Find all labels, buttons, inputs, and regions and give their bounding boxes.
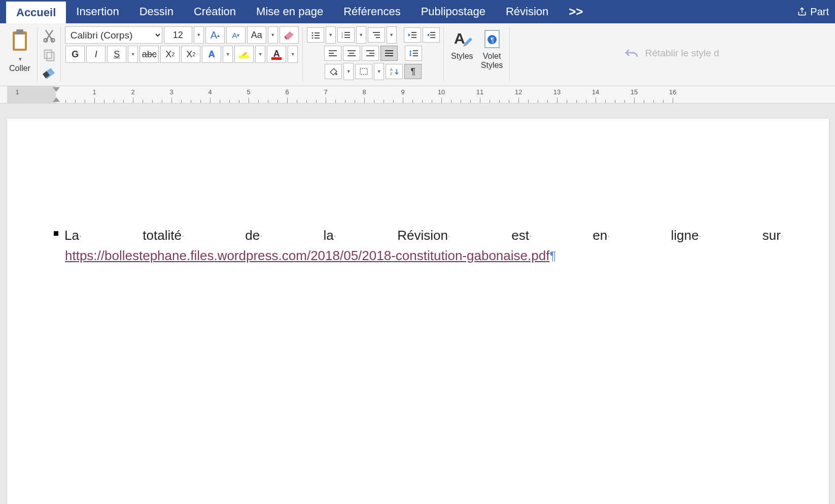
horizontal-ruler[interactable]: 112345678910111213141516 xyxy=(0,86,835,103)
shading-button[interactable] xyxy=(325,64,342,79)
share-label: Part xyxy=(810,6,829,18)
tab-revision[interactable]: Révision xyxy=(496,0,559,23)
svg-rect-23 xyxy=(411,32,416,33)
svg-rect-30 xyxy=(329,53,334,54)
borders-icon xyxy=(359,67,368,76)
sort-button[interactable]: AZ xyxy=(386,64,403,79)
borders-chevron[interactable] xyxy=(374,63,384,80)
svg-rect-9 xyxy=(315,32,320,33)
bullets-button[interactable] xyxy=(307,27,324,43)
shading-chevron[interactable] xyxy=(343,63,354,80)
tab-dessin[interactable]: Dessin xyxy=(129,0,184,23)
svg-rect-27 xyxy=(430,34,435,35)
grow-font-button[interactable]: A▴ xyxy=(205,26,225,44)
format-painter-icon[interactable] xyxy=(42,67,57,80)
borders-button[interactable] xyxy=(355,64,372,79)
text-effects-chevron[interactable] xyxy=(223,46,233,63)
cut-icon[interactable] xyxy=(42,28,56,43)
tabs-overflow[interactable]: >> xyxy=(559,0,593,23)
share-button[interactable]: Part xyxy=(791,0,835,23)
text-effects-button[interactable]: A xyxy=(202,46,221,63)
align-right-button[interactable] xyxy=(362,46,379,61)
styles-pane-icon: ¶ xyxy=(482,28,502,51)
styles-label: Styles xyxy=(451,52,473,61)
paste-button[interactable]: Coller xyxy=(6,26,33,75)
font-size-input[interactable] xyxy=(164,26,192,44)
tab-insertion[interactable]: Insertion xyxy=(66,0,129,23)
bullet-marker xyxy=(54,231,58,236)
svg-text:Z: Z xyxy=(390,72,393,76)
font-color-chevron[interactable] xyxy=(288,46,298,63)
svg-point-8 xyxy=(311,32,313,34)
restore-style-label[interactable]: Rétablir le style d xyxy=(645,48,719,59)
clear-format-button[interactable] xyxy=(280,26,299,44)
styles-button[interactable]: A Styles xyxy=(448,26,476,63)
svg-text:A: A xyxy=(454,30,465,47)
paragraph-bullet[interactable]: La·totalité·de·la·Révision·est·en·ligne·… xyxy=(54,225,783,266)
align-left-button[interactable] xyxy=(324,46,341,61)
svg-rect-33 xyxy=(349,53,354,54)
svg-text:¶: ¶ xyxy=(491,36,494,44)
italic-button[interactable]: I xyxy=(86,46,106,63)
clipboard-icon xyxy=(10,28,30,53)
group-styles: A Styles ¶ VoletStyles xyxy=(444,23,510,86)
align-center-icon xyxy=(347,50,356,57)
bold-button[interactable]: G xyxy=(65,46,85,63)
highlight-button[interactable] xyxy=(234,46,254,63)
group-paragraph: 123 AZ ¶ xyxy=(303,23,444,86)
paint-bucket-icon xyxy=(329,67,338,76)
svg-rect-36 xyxy=(369,53,374,54)
font-size-chevron[interactable] xyxy=(194,26,204,44)
svg-text:3: 3 xyxy=(341,37,343,39)
show-marks-button[interactable]: ¶ xyxy=(404,64,422,79)
line-spacing-button[interactable] xyxy=(405,46,422,61)
document-hyperlink[interactable]: https://bollestephane.files.wordpress.co… xyxy=(65,248,549,263)
copy-icon[interactable] xyxy=(42,48,56,62)
svg-rect-37 xyxy=(366,55,374,56)
svg-text:A: A xyxy=(390,68,393,71)
numbering-icon: 123 xyxy=(341,31,351,39)
undo-style-icon[interactable] xyxy=(624,47,640,60)
styles-icon: A xyxy=(451,28,473,51)
tab-accueil[interactable]: Accueil xyxy=(6,0,66,23)
svg-rect-15 xyxy=(344,32,350,33)
change-case-button[interactable]: Aa xyxy=(247,26,266,44)
group-restore-style: Rétablir le style d xyxy=(510,23,833,86)
tab-publipostage[interactable]: Publipostage xyxy=(411,0,496,23)
underline-chevron[interactable] xyxy=(128,46,138,63)
align-center-button[interactable] xyxy=(343,46,360,61)
font-color-button[interactable]: A xyxy=(267,46,286,63)
font-name-select[interactable]: Calibri (Corps) xyxy=(65,26,162,44)
underline-button[interactable]: S xyxy=(107,46,126,63)
tab-mise-en-page[interactable]: Mise en page xyxy=(246,0,333,23)
shrink-font-button[interactable]: A▾ xyxy=(226,26,246,44)
indent-button[interactable] xyxy=(423,27,440,43)
ribbon-panel: Coller Calibri (Corps) A▴ A▾ Aa G I S xyxy=(0,23,835,86)
subscript-button[interactable]: X2 xyxy=(160,46,180,63)
svg-rect-24 xyxy=(411,34,416,35)
numbering-button[interactable]: 123 xyxy=(337,27,355,43)
svg-rect-34 xyxy=(347,55,356,56)
numbering-chevron[interactable] xyxy=(356,26,366,44)
document-page[interactable]: La·totalité·de·la·Révision·est·en·ligne·… xyxy=(7,119,829,504)
outdent-button[interactable] xyxy=(404,27,421,43)
svg-rect-43 xyxy=(413,50,418,51)
svg-rect-26 xyxy=(430,32,435,33)
highlight-chevron[interactable] xyxy=(255,46,265,63)
svg-point-12 xyxy=(311,38,313,39)
multilevel-chevron[interactable] xyxy=(387,26,397,44)
tab-references[interactable]: Références xyxy=(333,0,411,23)
align-justify-button[interactable] xyxy=(380,46,398,61)
line-spacing-icon xyxy=(408,49,419,57)
tab-creation[interactable]: Création xyxy=(184,0,246,23)
styles-pane-button[interactable]: ¶ VoletStyles xyxy=(478,26,506,71)
svg-rect-13 xyxy=(315,38,320,39)
strike-button[interactable]: abc xyxy=(140,46,159,63)
pilcrow-mark: ¶ xyxy=(549,249,556,263)
superscript-button[interactable]: X2 xyxy=(181,46,200,63)
align-right-icon xyxy=(366,50,375,57)
svg-rect-47 xyxy=(360,68,367,75)
multilevel-button[interactable] xyxy=(368,27,385,43)
bullets-chevron[interactable] xyxy=(326,26,336,44)
change-case-chevron[interactable] xyxy=(268,26,278,44)
